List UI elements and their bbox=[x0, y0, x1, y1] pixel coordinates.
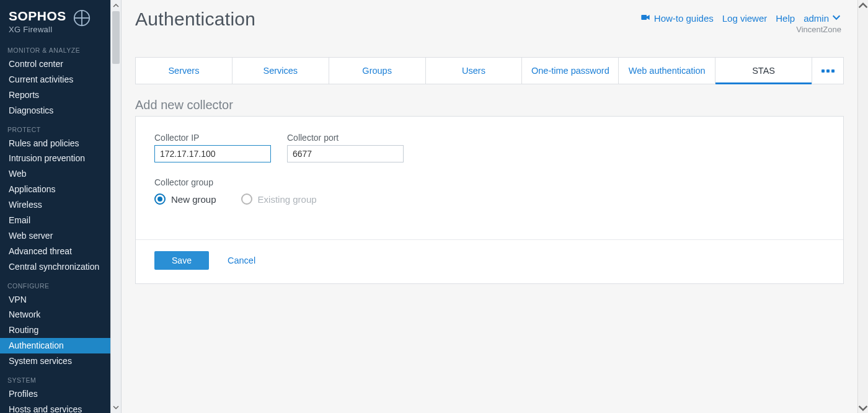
admin-label: admin bbox=[804, 13, 829, 24]
sidebar-item-current-activities[interactable]: Current activities bbox=[0, 72, 110, 87]
collector-group-label: Collector group bbox=[154, 177, 825, 187]
sidebar-item-hosts-and-services[interactable]: Hosts and services bbox=[0, 402, 110, 413]
top-links: How-to guides Log viewer Help admin Vinc… bbox=[640, 9, 841, 24]
scroll-up-icon[interactable] bbox=[858, 0, 868, 11]
radio-new-group-label: New group bbox=[171, 194, 216, 205]
scroll-down-icon[interactable] bbox=[858, 402, 868, 413]
svg-rect-3 bbox=[641, 15, 647, 20]
collector-ip-field: Collector IP bbox=[154, 133, 271, 162]
sidebar-item-profiles[interactable]: Profiles bbox=[0, 386, 110, 402]
topbar: Authentication How-to guides Log viewer … bbox=[122, 0, 857, 30]
collector-port-label: Collector port bbox=[287, 133, 404, 143]
sidebar-item-web-server[interactable]: Web server bbox=[0, 228, 110, 244]
nav-section-label: CONFIGURE bbox=[6, 282, 110, 292]
tab-more[interactable] bbox=[812, 58, 843, 84]
sidebar-item-rules-and-policies[interactable]: Rules and policies bbox=[0, 136, 110, 151]
form-actions: Save Cancel bbox=[154, 251, 825, 270]
brand-product: XG Firewall bbox=[9, 25, 66, 34]
sidebar-scrollbar[interactable] bbox=[110, 0, 122, 413]
sidebar-item-web[interactable]: Web bbox=[0, 166, 110, 182]
form-row: Collector IP Collector port bbox=[154, 133, 825, 162]
collector-ip-input[interactable] bbox=[154, 145, 271, 162]
collector-port-field: Collector port bbox=[287, 133, 404, 162]
more-icon bbox=[822, 69, 835, 73]
sidebar-item-wireless[interactable]: Wireless bbox=[0, 197, 110, 213]
tab-web-authentication[interactable]: Web authentication bbox=[619, 58, 715, 84]
brand-name: SOPHOS bbox=[9, 9, 66, 24]
nav-section-label: SYSTEM bbox=[6, 376, 110, 386]
org-name: VincentZone bbox=[796, 25, 841, 34]
tab-users[interactable]: Users bbox=[426, 58, 523, 84]
video-icon bbox=[640, 12, 650, 24]
howto-guides-link[interactable]: How-to guides bbox=[640, 12, 714, 24]
collector-port-input[interactable] bbox=[287, 145, 404, 162]
sidebar: SOPHOS XG Firewall MONITOR & ANALYZECont… bbox=[0, 0, 110, 413]
panel-divider bbox=[136, 239, 843, 240]
sidebar-item-intrusion-prevention[interactable]: Intrusion prevention bbox=[0, 151, 110, 166]
scroll-up-icon[interactable] bbox=[111, 0, 121, 11]
sidebar-item-reports[interactable]: Reports bbox=[0, 87, 110, 103]
radio-existing-group[interactable]: Existing group bbox=[241, 193, 317, 205]
page-title: Authentication bbox=[135, 9, 640, 30]
radio-selected-icon bbox=[154, 193, 166, 205]
tab-services[interactable]: Services bbox=[232, 58, 329, 84]
sidebar-item-system-services[interactable]: System services bbox=[0, 353, 110, 369]
sidebar-item-network[interactable]: Network bbox=[0, 307, 110, 322]
radio-new-group[interactable]: New group bbox=[154, 193, 216, 205]
help-link[interactable]: Help bbox=[776, 13, 795, 24]
nav-section-label: PROTECT bbox=[6, 126, 110, 136]
brand-block: SOPHOS XG Firewall bbox=[0, 0, 110, 40]
log-viewer-link[interactable]: Log viewer bbox=[722, 13, 768, 24]
sidebar-item-applications[interactable]: Applications bbox=[0, 182, 110, 197]
cancel-button[interactable]: Cancel bbox=[228, 255, 255, 265]
scrollbar-track[interactable] bbox=[111, 11, 121, 402]
tab-bar: ServersServicesGroupsUsersOne-time passw… bbox=[135, 57, 844, 84]
collector-group-radios: New group Existing group bbox=[154, 193, 825, 205]
sidebar-item-email[interactable]: Email bbox=[0, 213, 110, 228]
sidebar-item-advanced-threat[interactable]: Advanced threat bbox=[0, 244, 110, 259]
section-title: Add new collector bbox=[135, 98, 844, 112]
tab-servers[interactable]: Servers bbox=[136, 58, 232, 84]
radio-unselected-icon bbox=[241, 193, 252, 205]
scroll-down-icon[interactable] bbox=[111, 402, 121, 413]
sidebar-item-diagnostics[interactable]: Diagnostics bbox=[0, 103, 110, 118]
nav-section: PROTECTRules and policiesIntrusion preve… bbox=[0, 120, 110, 276]
brand-logo-icon bbox=[73, 9, 91, 27]
scrollbar-track[interactable] bbox=[858, 11, 868, 402]
tab-stas[interactable]: STAS bbox=[715, 58, 812, 84]
nav-section: CONFIGUREVPNNetworkRoutingAuthentication… bbox=[0, 276, 110, 370]
nav-section: SYSTEMProfilesHosts and servicesAdminist… bbox=[0, 370, 110, 413]
sidebar-item-central-synchronization[interactable]: Central synchronization bbox=[0, 259, 110, 275]
sidebar-nav: MONITOR & ANALYZEControl centerCurrent a… bbox=[0, 40, 110, 413]
howto-guides-label: How-to guides bbox=[654, 13, 714, 24]
collector-ip-label: Collector IP bbox=[154, 133, 271, 143]
tab-one-time-password[interactable]: One-time password bbox=[522, 58, 619, 84]
scrollbar-thumb[interactable] bbox=[112, 11, 120, 64]
nav-section-label: MONITOR & ANALYZE bbox=[6, 47, 110, 56]
save-button[interactable]: Save bbox=[154, 251, 209, 270]
admin-menu[interactable]: admin bbox=[804, 12, 841, 24]
window-scrollbar[interactable] bbox=[857, 0, 868, 413]
form-panel: Collector IP Collector port Collector gr… bbox=[135, 116, 844, 284]
chevron-down-icon bbox=[831, 12, 841, 24]
nav-section: MONITOR & ANALYZEControl centerCurrent a… bbox=[0, 40, 110, 120]
sidebar-item-authentication[interactable]: Authentication bbox=[0, 338, 110, 353]
tab-groups[interactable]: Groups bbox=[329, 58, 426, 84]
sidebar-item-control-center[interactable]: Control center bbox=[0, 56, 110, 72]
main-content: Authentication How-to guides Log viewer … bbox=[122, 0, 857, 413]
brand-wordmark: SOPHOS XG Firewall bbox=[9, 9, 66, 34]
sidebar-item-vpn[interactable]: VPN bbox=[0, 292, 110, 308]
radio-existing-group-label: Existing group bbox=[258, 194, 317, 205]
sidebar-item-routing[interactable]: Routing bbox=[0, 322, 110, 338]
